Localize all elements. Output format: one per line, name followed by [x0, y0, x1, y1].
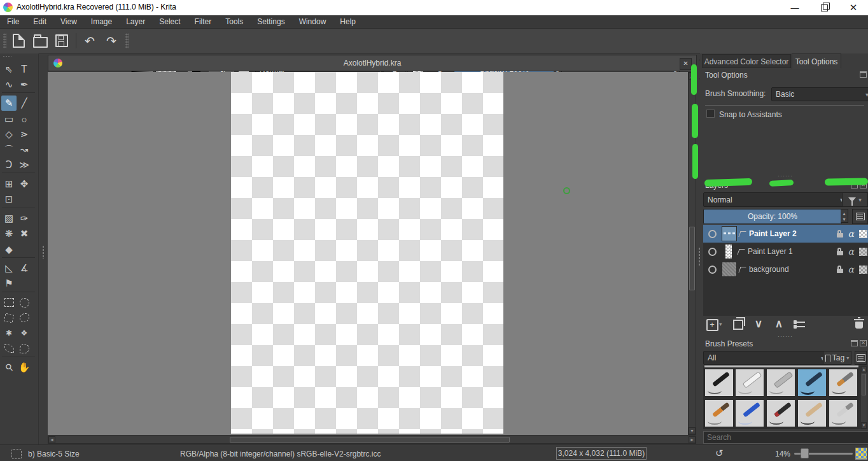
- menu-window[interactable]: Window: [292, 15, 333, 28]
- layer-name[interactable]: background: [749, 265, 789, 274]
- preset-view-mode-button[interactable]: [855, 351, 867, 365]
- brush-presets-float-icon[interactable]: [851, 340, 858, 346]
- menu-image[interactable]: Image: [84, 15, 119, 28]
- preset-white-pen[interactable]: [735, 369, 764, 397]
- select-shapes-tool[interactable]: ⇖: [1, 62, 17, 77]
- polygon-tool[interactable]: ◇: [1, 127, 17, 142]
- scroll-right-button[interactable]: ►: [689, 436, 696, 443]
- menu-help[interactable]: Help: [333, 15, 363, 28]
- scroll-down-button[interactable]: ▼: [689, 427, 696, 434]
- alpha-lock-icon[interactable]: α: [848, 264, 854, 274]
- color-sampler-tool[interactable]: ✑: [17, 211, 32, 226]
- document-window-titlebar[interactable]: AxolotlHybrid.kra ✕: [48, 55, 697, 71]
- toolbox-splitter-handle[interactable]: [42, 245, 45, 259]
- multibrush-tool[interactable]: ≫: [17, 157, 32, 173]
- layer-row-paint-layer-1[interactable]: Paint Layer 1 α: [703, 243, 868, 260]
- undo-button[interactable]: ↶: [80, 32, 99, 50]
- preset-blue-pencil[interactable]: [735, 399, 764, 427]
- bezier-selection-tool[interactable]: [1, 341, 17, 356]
- canvas-horizontal-scrollbar[interactable]: ◄ ►: [48, 436, 696, 444]
- new-document-button[interactable]: [9, 32, 28, 50]
- tab-advanced-color-selector[interactable]: Advanced Color Selector: [702, 54, 791, 68]
- preset-ink-pen[interactable]: [704, 369, 734, 397]
- layer-lock-icon[interactable]: [837, 269, 843, 273]
- preset-scroll-up[interactable]: ▲: [861, 366, 867, 372]
- layer-properties-quick-button[interactable]: [852, 209, 868, 224]
- toolbar-grip2[interactable]: [125, 33, 129, 48]
- calligraphy-tool[interactable]: ✒: [17, 77, 32, 92]
- assistants-tool[interactable]: ◺: [1, 260, 17, 276]
- layer-name[interactable]: Paint Layer 2: [749, 229, 797, 238]
- preset-fineliner[interactable]: [829, 369, 858, 397]
- line-tool[interactable]: ╱: [17, 96, 32, 111]
- restore-button[interactable]: [809, 0, 839, 15]
- bezier-curve-tool[interactable]: ⌒: [1, 142, 17, 157]
- zoom-tool[interactable]: ⚲: [1, 360, 17, 375]
- measure-tool[interactable]: ∡: [17, 260, 32, 276]
- rectangle-tool[interactable]: ▭: [1, 111, 17, 127]
- vertical-scroll-handle[interactable]: [689, 227, 695, 290]
- menu-file[interactable]: File: [0, 15, 26, 28]
- brush-smoothing-dropdown[interactable]: Basic ▾: [771, 87, 868, 101]
- preset-scroll-down[interactable]: ▼: [861, 422, 867, 429]
- inherit-alpha-icon[interactable]: [859, 230, 867, 238]
- menu-settings[interactable]: Settings: [250, 15, 291, 28]
- dynamic-brush-tool[interactable]: Ↄ: [1, 157, 17, 173]
- freehand-brush-tool[interactable]: ✎: [1, 96, 17, 111]
- magnetic-selection-tool[interactable]: [17, 341, 32, 356]
- zoom-slider-handle[interactable]: [801, 448, 809, 458]
- layer-filter-button[interactable]: ▾: [842, 192, 868, 207]
- freehand-path-tool[interactable]: ↝: [17, 142, 32, 157]
- minimize-button[interactable]: —: [780, 0, 809, 15]
- gradient-tool[interactable]: ▨: [1, 211, 17, 226]
- preset-silver-pen[interactable]: [829, 399, 858, 427]
- move-layer-down-button[interactable]: ∨: [751, 316, 766, 331]
- contiguous-selection-tool[interactable]: ✱: [1, 325, 17, 341]
- text-tool[interactable]: T: [17, 62, 32, 77]
- add-layer-options-arrow[interactable]: ▾: [719, 321, 722, 327]
- preset-scrollbar[interactable]: ▲ ▼: [860, 365, 867, 429]
- layer-opacity-spinner[interactable]: ▴ ▾: [841, 209, 848, 223]
- layer-properties-button[interactable]: [792, 317, 807, 332]
- layers-docker-handle[interactable]: ······: [778, 173, 793, 179]
- menu-edit[interactable]: Edit: [26, 15, 53, 28]
- layer-row-paint-layer-2[interactable]: Paint Layer 2 α: [703, 225, 868, 243]
- horizontal-scroll-handle[interactable]: [230, 437, 510, 443]
- save-button[interactable]: [52, 32, 71, 50]
- layer-lock-icon[interactable]: [837, 251, 843, 255]
- docker-splitter-handle[interactable]: [698, 247, 701, 266]
- canvas-viewport[interactable]: [48, 72, 688, 435]
- alpha-lock-icon[interactable]: α: [848, 246, 854, 257]
- move-tool[interactable]: ✥: [17, 176, 32, 192]
- polygonal-selection-tool[interactable]: [1, 310, 17, 325]
- similar-color-selection-tool[interactable]: ❖: [17, 325, 32, 341]
- toolbox-grip[interactable]: [3, 55, 11, 58]
- crop-tool[interactable]: ⊡: [1, 192, 17, 207]
- freehand-selection-tool[interactable]: [17, 310, 32, 325]
- menu-tools[interactable]: Tools: [218, 15, 250, 28]
- preset-search-input[interactable]: [703, 431, 868, 444]
- close-document-button[interactable]: ✕: [680, 58, 692, 70]
- polyline-tool[interactable]: ⋗: [17, 127, 32, 142]
- tab-tool-options[interactable]: Tool Options: [792, 53, 841, 69]
- inherit-alpha-icon[interactable]: [859, 248, 867, 256]
- scroll-left-button[interactable]: ◄: [48, 436, 55, 443]
- memory-usage-icon[interactable]: ↺: [715, 448, 724, 459]
- layer-opacity-slider[interactable]: Opacity: 100%: [703, 209, 842, 224]
- transform-tool[interactable]: ⊞: [1, 176, 17, 192]
- menu-layer[interactable]: Layer: [119, 15, 152, 28]
- edit-shapes-tool[interactable]: ∿: [1, 77, 17, 92]
- fill-tool[interactable]: ◆: [1, 242, 17, 257]
- duplicate-layer-button[interactable]: [731, 317, 746, 332]
- menu-view[interactable]: View: [53, 15, 84, 28]
- open-document-button[interactable]: [31, 32, 50, 50]
- layer-visibility-toggle[interactable]: [708, 230, 717, 238]
- layer-row-background[interactable]: background α: [703, 260, 868, 278]
- preset-graphite-pencil[interactable]: [797, 399, 827, 427]
- tool-options-float-icon[interactable]: [860, 71, 867, 78]
- preset-marker[interactable]: [766, 369, 795, 397]
- move-layer-up-button[interactable]: ∧: [771, 316, 787, 331]
- brush-presets-docker-handle[interactable]: ······: [778, 333, 793, 339]
- spin-up-icon[interactable]: ▴: [843, 211, 845, 216]
- preset-ink-brush-selected[interactable]: [797, 369, 827, 397]
